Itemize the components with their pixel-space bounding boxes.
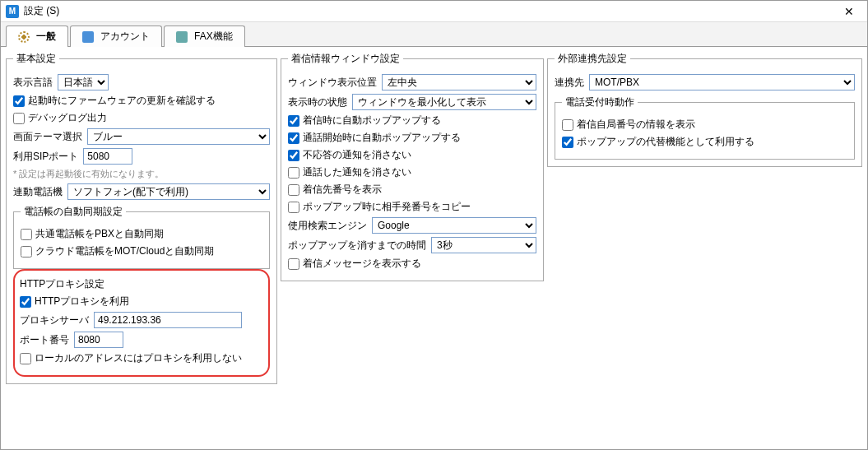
sync-pbx-label: 共通電話帳をPBXと自動同期 <box>35 227 164 241</box>
lang-select[interactable]: 日本語 <box>58 74 109 90</box>
keep-called-check[interactable] <box>288 167 299 179</box>
sync-pbx-check[interactable] <box>21 229 32 240</box>
keep-missed-check[interactable] <box>288 150 299 161</box>
external-settings: 外部連携先設定 連携先 MOT/PBX 電話受付時動作 着信自局番号の情報を表示… <box>547 52 862 167</box>
search-label: 使用検索エンジン <box>288 219 367 233</box>
debuglog-check[interactable] <box>13 113 25 124</box>
window-title: 設定 (S) <box>24 4 836 18</box>
sync-settings: 電話帳の自動同期設定 共通電話帳をPBXと自動同期 クラウド電話帳をMOT/Cl… <box>13 205 270 269</box>
search-select[interactable]: Google <box>372 217 536 234</box>
keep-missed-label: 不応答の通知を消さない <box>303 148 411 162</box>
lang-label: 表示言語 <box>13 76 53 90</box>
tab-general[interactable]: 一般 <box>6 26 68 47</box>
settings-body: 基本設定 表示言語 日本語 起動時にファームウェアの更新を確認する デバッグログ… <box>1 47 867 449</box>
proxy-server-input[interactable] <box>94 312 242 328</box>
tab-account[interactable]: アカウント <box>70 26 162 47</box>
sipport-input[interactable] <box>83 148 132 165</box>
use-proxy-label: HTTPプロキシを利用 <box>35 295 129 309</box>
recv-legend: 電話受付時動作 <box>562 95 638 109</box>
sync-cloud-check[interactable] <box>21 246 32 257</box>
title-bar: M 設定 (S) ✕ <box>1 1 867 22</box>
sipport-label: 利用SIPポート <box>13 150 78 164</box>
link-label: 連携先 <box>555 76 584 90</box>
phone-label: 連動電話機 <box>13 185 63 199</box>
proxy-nolocal-check[interactable] <box>20 353 31 364</box>
basic-legend: 基本設定 <box>13 52 59 66</box>
pos-select[interactable]: 左中央 <box>382 74 536 90</box>
external-legend: 外部連携先設定 <box>555 52 630 66</box>
popup-alt-check[interactable] <box>562 137 573 148</box>
show-priority-label: 着信先番号を表示 <box>303 183 382 197</box>
copy-caller-label: ポップアップ時に相手発番号をコピー <box>303 200 471 214</box>
dismiss-select[interactable]: 3秒 <box>431 237 536 253</box>
user-icon <box>82 31 94 43</box>
link-select[interactable]: MOT/PBX <box>589 74 855 90</box>
tab-fax[interactable]: FAX機能 <box>164 26 245 47</box>
fax-icon <box>176 31 188 43</box>
settings-window: M 設定 (S) ✕ 一般 アカウント FAX機能 基本設定 表示言語 日本語 <box>0 0 868 450</box>
show-selfnum-check[interactable] <box>562 119 573 131</box>
firmware-check[interactable] <box>13 95 25 107</box>
tab-account-label: アカウント <box>100 30 150 44</box>
theme-label: 画面テーマ選択 <box>13 130 82 144</box>
state-label: 表示時の状態 <box>288 95 347 109</box>
recv-settings: 電話受付時動作 着信自局番号の情報を表示 ポップアップの代替機能として利用する <box>555 95 855 160</box>
column-incoming: 着信情報ウィンドウ設定 ウィンドウ表示位置 左中央 表示時の状態 ウィンドウを最… <box>281 52 544 444</box>
popup-callstart-label: 通話開始時に自動ポップアップする <box>303 131 461 145</box>
popup-callstart-check[interactable] <box>288 132 299 144</box>
basic-settings: 基本設定 表示言語 日本語 起動時にファームウェアの更新を確認する デバッグログ… <box>6 52 277 384</box>
theme-select[interactable]: ブルー <box>87 128 270 145</box>
popup-incoming-label: 着信時に自動ポップアップする <box>303 114 441 128</box>
tab-fax-label: FAX機能 <box>194 30 233 44</box>
column-general: 基本設定 表示言語 日本語 起動時にファームウェアの更新を確認する デバッグログ… <box>6 52 277 444</box>
app-icon: M <box>6 5 19 18</box>
sipport-note: * 設定は再起動後に有効になります。 <box>13 168 270 180</box>
firmware-check-label: 起動時にファームウェアの更新を確認する <box>28 94 216 108</box>
copy-caller-check[interactable] <box>288 202 299 213</box>
show-msg-check[interactable] <box>288 258 299 270</box>
proxy-port-label: ポート番号 <box>20 333 69 347</box>
column-external: 外部連携先設定 連携先 MOT/PBX 電話受付時動作 着信自局番号の情報を表示… <box>547 52 862 444</box>
debuglog-check-label: デバッグログ出力 <box>28 111 107 125</box>
sync-cloud-label: クラウド電話帳をMOT/Cloudと自動同期 <box>35 244 214 258</box>
incoming-legend: 着信情報ウィンドウ設定 <box>288 52 403 66</box>
incoming-settings: 着信情報ウィンドウ設定 ウィンドウ表示位置 左中央 表示時の状態 ウィンドウを最… <box>281 52 544 281</box>
gear-icon <box>18 31 30 43</box>
use-proxy-check[interactable] <box>20 296 31 308</box>
dismiss-label: ポップアップを消すまでの時間 <box>288 239 426 253</box>
popup-incoming-check[interactable] <box>288 115 299 127</box>
sync-legend: 電話帳の自動同期設定 <box>21 205 126 219</box>
proxy-legend: HTTPプロキシ設定 <box>20 277 104 291</box>
proxy-port-input[interactable] <box>74 332 123 348</box>
show-selfnum-label: 着信自局番号の情報を表示 <box>577 118 695 132</box>
popup-alt-label: ポップアップの代替機能として利用する <box>577 135 754 149</box>
proxy-highlight: HTTPプロキシ設定 HTTPプロキシを利用 プロキシサーバ ポート番号 <box>13 269 270 377</box>
show-msg-label: 着信メッセージを表示する <box>303 257 421 271</box>
show-priority-check[interactable] <box>288 184 299 196</box>
proxy-server-label: プロキシサーバ <box>20 313 89 327</box>
tab-general-label: 一般 <box>36 30 56 44</box>
proxy-nolocal-label: ローカルのアドレスにはプロキシを利用しない <box>35 351 242 365</box>
proxy-settings: HTTPプロキシ設定 HTTPプロキシを利用 プロキシサーバ ポート番号 <box>20 277 263 369</box>
tab-bar: 一般 アカウント FAX機能 <box>1 22 867 47</box>
state-select[interactable]: ウィンドウを最小化して表示 <box>352 94 536 110</box>
close-button[interactable]: ✕ <box>836 5 862 18</box>
phone-select[interactable]: ソフトフォン(配下で利用) <box>67 183 270 200</box>
keep-called-label: 通話した通知を消さない <box>303 165 411 179</box>
pos-label: ウィンドウ表示位置 <box>288 76 377 90</box>
